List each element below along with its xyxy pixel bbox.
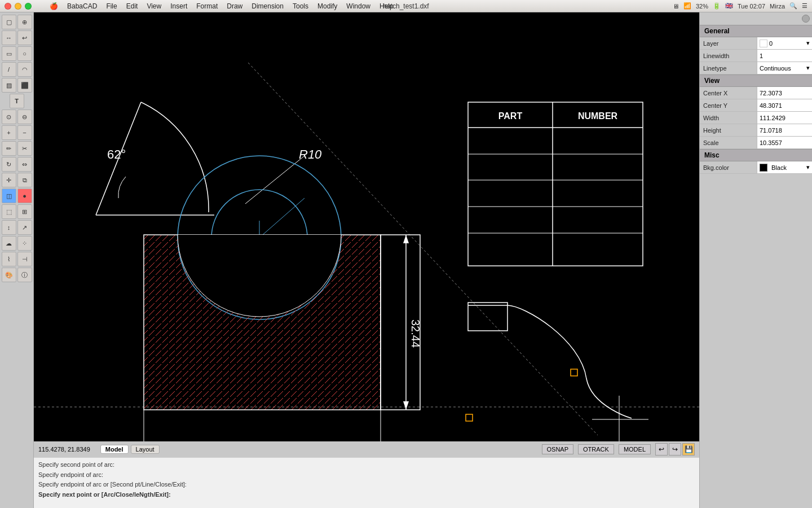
command-line-3: Specify endpoint of arc or [Second pt/Li… [38, 480, 695, 490]
zoom-extents-tool[interactable]: ⊞ [17, 204, 32, 219]
maximize-button[interactable] [25, 3, 32, 10]
dimension-align-tool[interactable]: ↗ [17, 220, 32, 235]
cloud-tool[interactable]: ☁ [2, 236, 16, 251]
snap-tool[interactable]: ⊕ [17, 15, 32, 29]
hatch-tool[interactable]: ▨ [2, 78, 16, 93]
scale-value[interactable]: 10.3557 [757, 137, 812, 148]
layout-tab[interactable]: Layout [131, 445, 160, 454]
panel-indicator [802, 15, 810, 23]
command-line-2: Specify endpoint of arc: [38, 470, 695, 480]
menu-dimension[interactable]: Dimension [251, 2, 284, 10]
toolbar-row-16: ⌇ ⊣ [2, 252, 32, 266]
osnap-button[interactable]: OSNAP [542, 444, 574, 454]
layer-dropdown-arrow[interactable]: ▾ [806, 40, 810, 47]
search-icon[interactable]: 🔍 [789, 2, 797, 10]
magnify-tool[interactable]: ⊖ [17, 110, 32, 124]
toolbar-row-8: + − [2, 125, 32, 140]
canvas-area[interactable]: 62° R10 [34, 12, 699, 508]
coordinates-display: 115.4278, 21.8349 [38, 446, 90, 453]
toolbar-row-13: ⬚ ⊞ [2, 204, 32, 219]
dimension-linear-tool[interactable]: ↕ [2, 220, 16, 235]
bottom-status-bar: 115.4278, 21.8349 Model Layout OSNAP OTR… [34, 441, 699, 457]
menu-draw[interactable]: Draw [227, 2, 242, 10]
layers-tool[interactable]: ◫ [2, 189, 16, 203]
height-value[interactable]: 71.0718 [757, 124, 812, 136]
menu-bar: 🍎 BabaCAD File Edit View Insert Format D… [50, 2, 394, 10]
layer-label: Layer [700, 40, 757, 47]
select-tool[interactable]: ▢ [2, 15, 16, 29]
menu-edit[interactable]: Edit [126, 2, 138, 10]
zoom-tool[interactable]: ↩ [17, 30, 32, 45]
menu-file[interactable]: File [106, 2, 117, 10]
undo-button[interactable]: ↩ [655, 443, 668, 456]
scale-row: Scale 10.3557 [700, 137, 812, 149]
bkgcolor-dropdown-arrow[interactable]: ▾ [806, 164, 810, 171]
pencil-tool[interactable]: ✏ [2, 141, 16, 156]
redo-button[interactable]: ↪ [669, 443, 681, 456]
layer-value[interactable]: 0 ▾ [757, 37, 812, 49]
settings-color-tool[interactable]: 🎨 [2, 268, 16, 282]
rotate-tool[interactable]: ↻ [2, 157, 16, 172]
svg-text:NUMBER: NUMBER [578, 111, 618, 121]
menu-tools[interactable]: Tools [293, 2, 308, 10]
width-row: Width 111.2429 [700, 112, 812, 124]
circle-tool[interactable]: ○ [17, 46, 32, 61]
center-x-row: Center X 72.3073 [700, 87, 812, 99]
save-button[interactable]: 💾 [682, 443, 695, 456]
titlebar-left: 🍎 BabaCAD File Edit View Insert Format D… [5, 2, 394, 10]
measure-tool[interactable]: ⌇ [2, 252, 16, 266]
close-button[interactable] [5, 3, 11, 10]
block-tool[interactable]: ⬛ [17, 78, 32, 93]
zoom-out-tool[interactable]: − [17, 125, 32, 140]
menu-view[interactable]: View [147, 2, 161, 10]
menu-format[interactable]: Format [196, 2, 218, 10]
copy-tool[interactable]: ⧉ [17, 173, 32, 187]
center-y-value[interactable]: 48.3071 [757, 99, 812, 111]
trim-tool[interactable]: ⊣ [17, 252, 32, 266]
center-x-label: Center X [700, 90, 757, 97]
battery-icon: 🔋 [713, 2, 721, 10]
list-icon[interactable]: ☰ [802, 2, 807, 10]
svg-text:R10: R10 [299, 147, 322, 161]
otrack-button[interactable]: OTRACK [578, 444, 614, 454]
linewidth-value[interactable]: 1 [757, 50, 812, 62]
pattern-tool[interactable]: ⁘ [17, 236, 32, 251]
left-toolbar: ▢ ⊕ ↔ ↩ ▭ ○ / ◠ ▨ ⬛ T ⊙ ⊖ + − [0, 12, 34, 508]
toolbar-row-3: ▭ ○ [2, 46, 32, 61]
color-tool[interactable]: ● [17, 189, 32, 203]
traffic-lights [5, 3, 32, 10]
menu-window[interactable]: Window [346, 2, 370, 10]
zoom-in-tool[interactable]: + [2, 125, 16, 140]
model-tab[interactable]: Model [100, 445, 129, 454]
screen-icon: 🖥 [673, 3, 679, 10]
menu-modify[interactable]: Modify [317, 2, 337, 10]
bkgcolor-label: Bkg.color [700, 164, 757, 171]
node-tool[interactable]: ⊙ [2, 110, 16, 124]
toolbar-row-11: ✛ ⧉ [2, 173, 32, 187]
layer-color-swatch [760, 40, 767, 47]
info-tool[interactable]: ⓘ [17, 268, 32, 282]
line-tool[interactable]: / [2, 62, 16, 77]
toolbar-row-15: ☁ ⁘ [2, 236, 32, 251]
bkgcolor-row: Bkg.color Black ▾ [700, 161, 812, 174]
menu-apple[interactable]: 🍎 [50, 2, 58, 10]
menu-babacad[interactable]: BabaCAD [67, 2, 97, 10]
center-x-value[interactable]: 72.3073 [757, 87, 812, 99]
width-value[interactable]: 111.2429 [757, 112, 812, 124]
linetype-value[interactable]: Continuous ▾ [757, 62, 812, 74]
menu-insert[interactable]: Insert [170, 2, 187, 10]
rect-tool[interactable]: ▭ [2, 46, 16, 61]
linetype-dropdown-arrow[interactable]: ▾ [806, 64, 810, 72]
main-layout: ▢ ⊕ ↔ ↩ ▭ ○ / ◠ ▨ ⬛ T ⊙ ⊖ + − [0, 12, 812, 508]
minimize-button[interactable] [15, 3, 21, 10]
zoom-window-tool[interactable]: ⬚ [2, 204, 16, 219]
mirror-tool[interactable]: ⇔ [17, 157, 32, 172]
toolbar-row-14: ↕ ↗ [2, 220, 32, 235]
model-button[interactable]: MODEL [619, 444, 651, 454]
text-tool[interactable]: T [10, 94, 24, 108]
eraser-tool[interactable]: ✂ [17, 141, 32, 156]
pan-tool[interactable]: ↔ [2, 30, 16, 45]
move-tool[interactable]: ✛ [2, 173, 16, 187]
bkgcolor-value[interactable]: Black ▾ [757, 161, 812, 173]
arc-tool[interactable]: ◠ [17, 62, 32, 77]
